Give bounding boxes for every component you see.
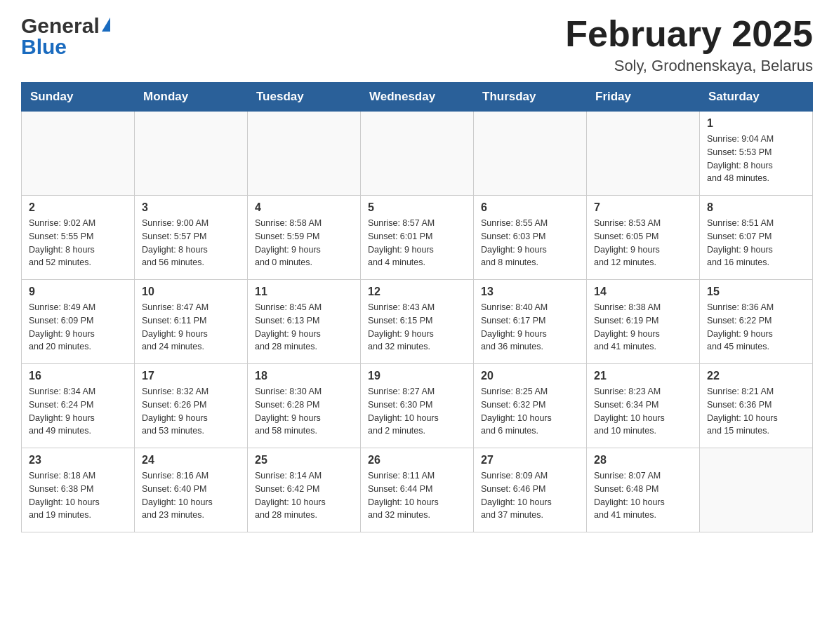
day-info: Sunrise: 8:36 AM Sunset: 6:22 PM Dayligh… — [707, 301, 805, 354]
day-number: 22 — [707, 370, 805, 382]
day-number: 21 — [594, 370, 692, 382]
calendar-cell: 10Sunrise: 8:47 AM Sunset: 6:11 PM Dayli… — [135, 280, 248, 364]
calendar-cell — [474, 112, 587, 196]
day-number: 27 — [481, 454, 579, 467]
week-row-2: 9Sunrise: 8:49 AM Sunset: 6:09 PM Daylig… — [22, 280, 813, 364]
day-number: 20 — [481, 370, 579, 382]
day-info: Sunrise: 8:09 AM Sunset: 6:46 PM Dayligh… — [481, 469, 579, 522]
day-info: Sunrise: 8:32 AM Sunset: 6:26 PM Dayligh… — [142, 385, 240, 438]
day-number: 16 — [29, 370, 127, 382]
day-number: 15 — [707, 286, 805, 298]
week-row-1: 2Sunrise: 9:02 AM Sunset: 5:55 PM Daylig… — [22, 196, 813, 280]
day-info: Sunrise: 8:11 AM Sunset: 6:44 PM Dayligh… — [368, 469, 466, 522]
day-number: 18 — [255, 370, 353, 382]
day-info: Sunrise: 9:04 AM Sunset: 5:53 PM Dayligh… — [707, 133, 805, 185]
day-header-monday: Monday — [135, 83, 248, 112]
calendar-cell: 13Sunrise: 8:40 AM Sunset: 6:17 PM Dayli… — [474, 280, 587, 364]
calendar-cell: 17Sunrise: 8:32 AM Sunset: 6:26 PM Dayli… — [135, 364, 248, 448]
calendar-cell: 1Sunrise: 9:04 AM Sunset: 5:53 PM Daylig… — [700, 112, 813, 196]
days-of-week-row: SundayMondayTuesdayWednesdayThursdayFrid… — [22, 83, 813, 112]
day-number: 28 — [594, 454, 692, 467]
day-number: 1 — [707, 117, 805, 130]
calendar-cell: 26Sunrise: 8:11 AM Sunset: 6:44 PM Dayli… — [361, 448, 474, 532]
day-info: Sunrise: 9:02 AM Sunset: 5:55 PM Dayligh… — [29, 217, 127, 269]
calendar-header: SundayMondayTuesdayWednesdayThursdayFrid… — [22, 83, 813, 112]
calendar-cell: 24Sunrise: 8:16 AM Sunset: 6:40 PM Dayli… — [135, 448, 248, 532]
day-info: Sunrise: 8:14 AM Sunset: 6:42 PM Dayligh… — [255, 469, 353, 522]
day-info: Sunrise: 8:49 AM Sunset: 6:09 PM Dayligh… — [29, 301, 127, 354]
day-info: Sunrise: 8:34 AM Sunset: 6:24 PM Dayligh… — [29, 385, 127, 438]
day-info: Sunrise: 8:23 AM Sunset: 6:34 PM Dayligh… — [594, 385, 692, 438]
page-header: General Blue February 2025 Soly, Grodnen… — [21, 14, 813, 75]
day-number: 14 — [594, 286, 692, 298]
day-info: Sunrise: 8:53 AM Sunset: 6:05 PM Dayligh… — [594, 217, 692, 269]
logo-general-text: General — [21, 14, 100, 38]
logo: General Blue — [21, 14, 110, 59]
day-number: 5 — [368, 201, 466, 214]
calendar-cell: 3Sunrise: 9:00 AM Sunset: 5:57 PM Daylig… — [135, 196, 248, 280]
day-number: 23 — [29, 454, 127, 467]
calendar-cell: 21Sunrise: 8:23 AM Sunset: 6:34 PM Dayli… — [587, 364, 700, 448]
day-number: 10 — [142, 286, 240, 298]
calendar-cell: 16Sunrise: 8:34 AM Sunset: 6:24 PM Dayli… — [22, 364, 135, 448]
day-header-tuesday: Tuesday — [248, 83, 361, 112]
day-header-friday: Friday — [587, 83, 700, 112]
calendar-cell: 18Sunrise: 8:30 AM Sunset: 6:28 PM Dayli… — [248, 364, 361, 448]
day-number: 2 — [29, 201, 127, 214]
day-header-sunday: Sunday — [22, 83, 135, 112]
day-number: 6 — [481, 201, 579, 214]
day-info: Sunrise: 8:27 AM Sunset: 6:30 PM Dayligh… — [368, 385, 466, 438]
calendar-cell: 7Sunrise: 8:53 AM Sunset: 6:05 PM Daylig… — [587, 196, 700, 280]
day-number: 11 — [255, 286, 353, 298]
day-info: Sunrise: 8:38 AM Sunset: 6:19 PM Dayligh… — [594, 301, 692, 354]
calendar-cell: 28Sunrise: 8:07 AM Sunset: 6:48 PM Dayli… — [587, 448, 700, 532]
calendar-cell — [22, 112, 135, 196]
day-header-saturday: Saturday — [700, 83, 813, 112]
day-info: Sunrise: 8:57 AM Sunset: 6:01 PM Dayligh… — [368, 217, 466, 269]
day-info: Sunrise: 8:43 AM Sunset: 6:15 PM Dayligh… — [368, 301, 466, 354]
day-number: 7 — [594, 201, 692, 214]
calendar-cell: 23Sunrise: 8:18 AM Sunset: 6:38 PM Dayli… — [22, 448, 135, 532]
calendar-cell: 25Sunrise: 8:14 AM Sunset: 6:42 PM Dayli… — [248, 448, 361, 532]
day-info: Sunrise: 8:40 AM Sunset: 6:17 PM Dayligh… — [481, 301, 579, 354]
calendar-subtitle: Soly, Grodnenskaya, Belarus — [565, 57, 813, 75]
day-header-thursday: Thursday — [474, 83, 587, 112]
day-info: Sunrise: 8:16 AM Sunset: 6:40 PM Dayligh… — [142, 469, 240, 522]
calendar-table: SundayMondayTuesdayWednesdayThursdayFrid… — [21, 82, 813, 532]
title-block: February 2025 Soly, Grodnenskaya, Belaru… — [565, 14, 813, 75]
day-info: Sunrise: 8:55 AM Sunset: 6:03 PM Dayligh… — [481, 217, 579, 269]
day-number: 3 — [142, 201, 240, 214]
day-info: Sunrise: 8:51 AM Sunset: 6:07 PM Dayligh… — [707, 217, 805, 269]
calendar-title: February 2025 — [565, 14, 813, 54]
day-info: Sunrise: 8:18 AM Sunset: 6:38 PM Dayligh… — [29, 469, 127, 522]
day-number: 24 — [142, 454, 240, 467]
calendar-cell: 5Sunrise: 8:57 AM Sunset: 6:01 PM Daylig… — [361, 196, 474, 280]
calendar-cell: 2Sunrise: 9:02 AM Sunset: 5:55 PM Daylig… — [22, 196, 135, 280]
calendar-cell — [248, 112, 361, 196]
calendar-cell — [587, 112, 700, 196]
day-number: 12 — [368, 286, 466, 298]
day-info: Sunrise: 9:00 AM Sunset: 5:57 PM Dayligh… — [142, 217, 240, 269]
calendar-cell: 14Sunrise: 8:38 AM Sunset: 6:19 PM Dayli… — [587, 280, 700, 364]
week-row-4: 23Sunrise: 8:18 AM Sunset: 6:38 PM Dayli… — [22, 448, 813, 532]
logo-blue-text: Blue — [21, 35, 67, 59]
calendar-cell — [361, 112, 474, 196]
day-number: 25 — [255, 454, 353, 467]
week-row-3: 16Sunrise: 8:34 AM Sunset: 6:24 PM Dayli… — [22, 364, 813, 448]
day-info: Sunrise: 8:21 AM Sunset: 6:36 PM Dayligh… — [707, 385, 805, 438]
day-info: Sunrise: 8:45 AM Sunset: 6:13 PM Dayligh… — [255, 301, 353, 354]
calendar-cell — [700, 448, 813, 532]
day-number: 19 — [368, 370, 466, 382]
calendar-cell: 11Sunrise: 8:45 AM Sunset: 6:13 PM Dayli… — [248, 280, 361, 364]
calendar-body: 1Sunrise: 9:04 AM Sunset: 5:53 PM Daylig… — [22, 112, 813, 532]
day-info: Sunrise: 8:07 AM Sunset: 6:48 PM Dayligh… — [594, 469, 692, 522]
day-number: 9 — [29, 286, 127, 298]
day-info: Sunrise: 8:47 AM Sunset: 6:11 PM Dayligh… — [142, 301, 240, 354]
calendar-cell: 19Sunrise: 8:27 AM Sunset: 6:30 PM Dayli… — [361, 364, 474, 448]
calendar-cell — [135, 112, 248, 196]
day-number: 4 — [255, 201, 353, 214]
calendar-cell: 22Sunrise: 8:21 AM Sunset: 6:36 PM Dayli… — [700, 364, 813, 448]
day-number: 17 — [142, 370, 240, 382]
day-number: 13 — [481, 286, 579, 298]
day-info: Sunrise: 8:25 AM Sunset: 6:32 PM Dayligh… — [481, 385, 579, 438]
